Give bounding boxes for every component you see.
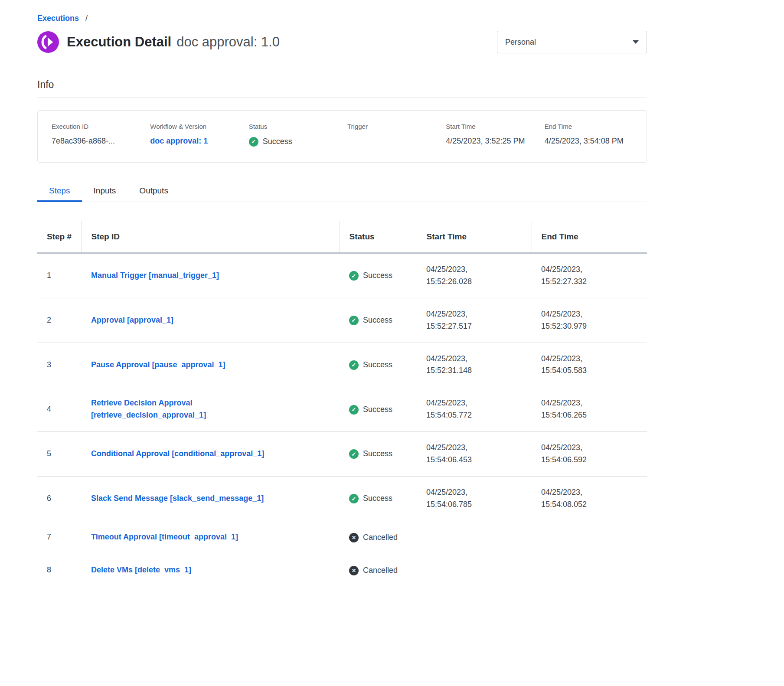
- status-icon: [349, 533, 359, 542]
- status-label: Cancelled: [363, 565, 398, 577]
- status-icon: [349, 405, 359, 415]
- status-icon: [349, 449, 359, 459]
- field-label: Workflow & Version: [150, 123, 238, 130]
- status-label: Cancelled: [363, 532, 398, 544]
- col-header-end-time: End Time: [532, 221, 647, 253]
- step-link[interactable]: Manual Trigger [manual_trigger_1]: [91, 270, 219, 282]
- status-icon: [349, 494, 359, 503]
- start-time-cell: 04/25/2023, 15:54:06.453: [417, 432, 532, 477]
- start-time-cell: 04/25/2023, 15:52:27.517: [417, 298, 532, 343]
- status-label: Success: [263, 136, 292, 148]
- start-time-cell: 04/25/2023, 15:54:06.785: [417, 476, 532, 521]
- step-number: 7: [37, 521, 82, 554]
- breadcrumb-executions-link[interactable]: Executions: [37, 14, 79, 23]
- status-label: Success: [363, 448, 392, 460]
- start-time-cell: 04/25/2023, 15:54:05.772: [417, 387, 532, 432]
- status-badge: Success: [349, 314, 392, 327]
- end-time-cell: 04/25/2023, 15:54:05.583: [532, 343, 647, 387]
- info-field-status: Status Success: [249, 123, 337, 147]
- detail-tabs: Steps Inputs Outputs: [37, 181, 647, 202]
- end-time-cell: 04/25/2023, 15:52:30.979: [532, 298, 647, 343]
- header-divider: [37, 64, 647, 64]
- step-number: 8: [37, 554, 82, 587]
- info-field-start-time: Start Time 4/25/2023, 3:52:25 PM: [446, 123, 534, 147]
- status-icon: [349, 271, 359, 281]
- start-time-cell: 04/25/2023, 15:52:26.028: [417, 253, 532, 298]
- field-label: End Time: [545, 123, 633, 130]
- step-link[interactable]: Pause Approval [pause_approval_1]: [91, 359, 225, 371]
- info-field-workflow-version: Workflow & Version doc approval: 1: [150, 123, 238, 147]
- end-time-cell: 04/25/2023, 15:54:08.052: [532, 476, 647, 521]
- step-link[interactable]: Approval [approval_1]: [91, 314, 173, 327]
- col-header-step-num: Step #: [37, 221, 82, 253]
- scope-dropdown[interactable]: Personal: [497, 31, 647, 53]
- table-row: 3 Pause Approval [pause_approval_1] Succ…: [37, 343, 647, 387]
- table-row: 4 Retrieve Decision Approval [retrieve_d…: [37, 387, 647, 432]
- execution-detail-page: Executions / Execution Detail doc approv…: [37, 0, 647, 587]
- step-link[interactable]: Retrieve Decision Approval [retrieve_dec…: [91, 397, 308, 421]
- info-field-execution-id: Execution ID 7e8ac396-a868-...: [52, 123, 140, 147]
- page-header: Execution Detail doc approval: 1.0 Perso…: [37, 31, 647, 53]
- status-label: Success: [363, 270, 392, 282]
- status-badge: Success: [249, 136, 292, 148]
- execution-id-value: 7e8ac396-a868-...: [52, 135, 140, 147]
- tab-outputs[interactable]: Outputs: [127, 181, 180, 202]
- info-section-title: Info: [37, 79, 647, 91]
- end-time-cell: [532, 554, 647, 587]
- end-time-cell: [532, 521, 647, 554]
- field-label: Status: [249, 123, 337, 130]
- start-time-cell: 04/25/2023, 15:52:31.148: [417, 343, 532, 387]
- status-badge: Success: [349, 493, 392, 505]
- workflow-version-link[interactable]: doc approval: 1: [150, 137, 208, 145]
- table-row: 6 Slack Send Message [slack_send_message…: [37, 476, 647, 521]
- end-time-cell: 04/25/2023, 15:54:06.592: [532, 432, 647, 477]
- step-number: 2: [37, 298, 82, 343]
- start-time-cell: [417, 554, 532, 587]
- chevron-down-icon: [633, 40, 639, 44]
- info-field-end-time: End Time 4/25/2023, 3:54:08 PM: [545, 123, 633, 147]
- status-badge: Success: [349, 359, 392, 371]
- status-label: Success: [363, 493, 392, 505]
- start-time-value: 4/25/2023, 3:52:25 PM: [446, 135, 532, 147]
- status-badge: Cancelled: [349, 532, 398, 544]
- status-label: Success: [363, 404, 392, 416]
- status-label: Success: [363, 314, 392, 327]
- status-badge: Cancelled: [349, 565, 398, 577]
- field-label: Start Time: [446, 123, 534, 130]
- tab-steps[interactable]: Steps: [37, 181, 82, 202]
- page-title: Execution Detail: [67, 34, 171, 50]
- step-link[interactable]: Slack Send Message [slack_send_message_1…: [91, 493, 264, 505]
- table-header-row: Step # Step ID Status Start Time End Tim…: [37, 221, 647, 253]
- workflow-brand-icon: [37, 31, 59, 53]
- table-row: 7 Timeout Approval [timeout_approval_1] …: [37, 521, 647, 554]
- breadcrumb: Executions /: [37, 14, 647, 23]
- status-badge: Success: [349, 270, 392, 282]
- status-badge: Success: [349, 448, 392, 460]
- info-card: Execution ID 7e8ac396-a868-... Workflow …: [37, 110, 647, 163]
- field-label: Execution ID: [52, 123, 140, 130]
- col-header-start-time: Start Time: [417, 221, 532, 253]
- end-time-cell: 04/25/2023, 15:54:06.265: [532, 387, 647, 432]
- status-icon: [349, 566, 359, 575]
- step-link[interactable]: Delete VMs [delete_vms_1]: [91, 564, 191, 576]
- page-subtitle: doc approval: 1.0: [176, 34, 280, 50]
- table-row: 1 Manual Trigger [manual_trigger_1] Succ…: [37, 253, 647, 298]
- step-link[interactable]: Conditional Approval [conditional_approv…: [91, 448, 264, 460]
- step-number: 6: [37, 476, 82, 521]
- step-number: 1: [37, 253, 82, 298]
- step-link[interactable]: Timeout Approval [timeout_approval_1]: [91, 531, 238, 543]
- status-label: Success: [363, 359, 392, 371]
- end-time-value: 4/25/2023, 3:54:08 PM: [545, 135, 631, 147]
- tab-inputs[interactable]: Inputs: [82, 181, 128, 202]
- status-badge: Success: [349, 404, 392, 416]
- scope-dropdown-value: Personal: [505, 38, 536, 47]
- step-number: 5: [37, 432, 82, 477]
- steps-table: Step # Step ID Status Start Time End Tim…: [37, 221, 647, 587]
- breadcrumb-separator: /: [85, 14, 88, 23]
- table-row: 5 Conditional Approval [conditional_appr…: [37, 432, 647, 477]
- success-icon: [249, 137, 258, 147]
- step-number: 3: [37, 343, 82, 387]
- field-label: Trigger: [347, 123, 435, 130]
- step-number: 4: [37, 387, 82, 432]
- table-row: 8 Delete VMs [delete_vms_1] Cancelled: [37, 554, 647, 587]
